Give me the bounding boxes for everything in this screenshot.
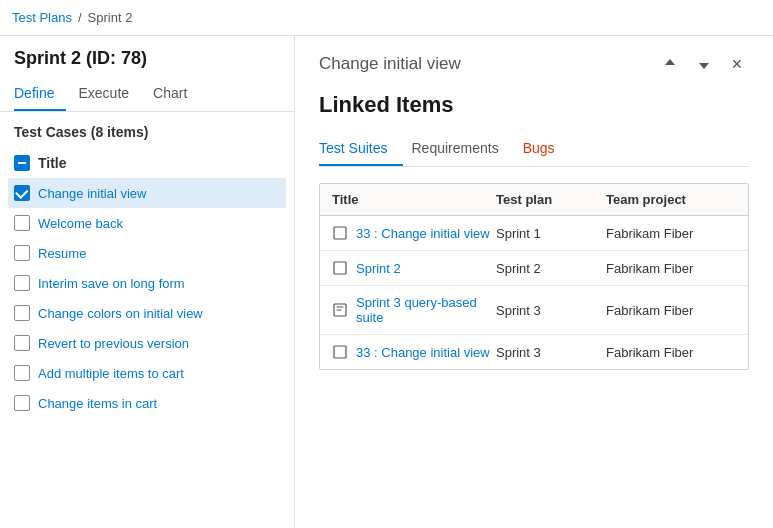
tab-bar: Define Execute Chart	[0, 77, 294, 112]
panel-header: Change initial view ✕	[319, 52, 749, 76]
list-item-change-items[interactable]: Change items in cart	[8, 388, 286, 418]
table-header: Title Test plan Team project	[320, 184, 748, 216]
row-test-plan: Sprint 1	[496, 226, 606, 241]
item-label: Change items in cart	[38, 396, 157, 411]
breadcrumb: Test Plans / Sprint 2	[0, 0, 773, 36]
row-test-plan: Sprint 3	[496, 345, 606, 360]
list-item-header: Title	[8, 148, 286, 178]
sprint-title: Sprint 2 (ID: 78)	[0, 36, 294, 77]
item-label: Change colors on initial view	[38, 306, 203, 321]
test-cases-header: Test Cases (8 items)	[0, 112, 294, 148]
breadcrumb-part1[interactable]: Test Plans	[12, 10, 72, 25]
list-item-interim-save[interactable]: Interim save on long form	[8, 268, 286, 298]
list-item-welcome-back[interactable]: Welcome back	[8, 208, 286, 238]
row-title-text: 33 : Change initial view	[356, 226, 490, 241]
static-suite-icon	[332, 344, 348, 360]
row-title: 33 : Change initial view	[332, 344, 496, 360]
row-title: 33 : Change initial view	[332, 225, 496, 241]
checkbox-checked[interactable]	[14, 185, 30, 201]
right-panel: Change initial view ✕ Linked Items Test …	[295, 36, 773, 528]
col-title: Title	[332, 192, 496, 207]
close-panel-button[interactable]: ✕	[725, 52, 749, 76]
panel-actions: ✕	[657, 52, 749, 76]
checkbox-unchecked[interactable]	[14, 245, 30, 261]
row-team-project: Fabrikam Fiber	[606, 303, 736, 318]
checkbox-unchecked[interactable]	[14, 305, 30, 321]
table-row[interactable]: Sprint 3 query-based suite Sprint 3 Fabr…	[320, 286, 748, 335]
header-text: Title	[38, 155, 67, 171]
static-suite-icon	[332, 225, 348, 241]
main-area: Sprint 2 (ID: 78) Define Execute Chart T…	[0, 36, 773, 528]
table-row[interactable]: 33 : Change initial view Sprint 1 Fabrik…	[320, 216, 748, 251]
svg-rect-1	[334, 262, 346, 274]
item-label: Resume	[38, 246, 86, 261]
item-label: Welcome back	[38, 216, 123, 231]
col-test-plan: Test plan	[496, 192, 606, 207]
row-team-project: Fabrikam Fiber	[606, 226, 736, 241]
svg-rect-3	[334, 346, 346, 358]
row-title-text: Sprint 2	[356, 261, 401, 276]
linked-items-title: Linked Items	[319, 92, 749, 118]
linked-table: Title Test plan Team project 33 : Change…	[319, 183, 749, 370]
table-row[interactable]: 33 : Change initial view Sprint 3 Fabrik…	[320, 335, 748, 369]
checkbox-unchecked[interactable]	[14, 395, 30, 411]
checkbox-unchecked[interactable]	[14, 335, 30, 351]
row-title: Sprint 2	[332, 260, 496, 276]
row-test-plan: Sprint 2	[496, 261, 606, 276]
panel-title: Change initial view	[319, 54, 461, 74]
item-label: Add multiple items to cart	[38, 366, 184, 381]
checkbox-unchecked[interactable]	[14, 275, 30, 291]
row-team-project: Fabrikam Fiber	[606, 345, 736, 360]
item-label: Interim save on long form	[38, 276, 185, 291]
checkbox-unchecked[interactable]	[14, 365, 30, 381]
row-title: Sprint 3 query-based suite	[332, 295, 496, 325]
navigate-down-button[interactable]	[691, 53, 717, 75]
item-label: Change initial view	[38, 186, 146, 201]
checkbox-unchecked[interactable]	[14, 215, 30, 231]
list-item-change-initial-view[interactable]: Change initial view	[8, 178, 286, 208]
list-item-change-colors[interactable]: Change colors on initial view	[8, 298, 286, 328]
list-item-resume[interactable]: Resume	[8, 238, 286, 268]
checkbox-minus[interactable]	[14, 155, 30, 171]
svg-rect-0	[334, 227, 346, 239]
col-team-project: Team project	[606, 192, 736, 207]
tab-define[interactable]: Define	[14, 77, 66, 111]
tab-test-suites[interactable]: Test Suites	[319, 132, 403, 166]
tab-requirements[interactable]: Requirements	[411, 132, 514, 166]
query-suite-icon	[332, 302, 348, 318]
breadcrumb-separator: /	[78, 10, 82, 25]
list-item-revert[interactable]: Revert to previous version	[8, 328, 286, 358]
test-cases-list: Title Change initial view Welcome back R…	[0, 148, 294, 528]
static-suite-icon	[332, 260, 348, 276]
row-title-text: 33 : Change initial view	[356, 345, 490, 360]
item-label: Revert to previous version	[38, 336, 189, 351]
row-test-plan: Sprint 3	[496, 303, 606, 318]
navigate-up-button[interactable]	[657, 53, 683, 75]
row-team-project: Fabrikam Fiber	[606, 261, 736, 276]
row-title-text: Sprint 3 query-based suite	[356, 295, 496, 325]
linked-tabs: Test Suites Requirements Bugs	[319, 132, 749, 167]
tab-execute[interactable]: Execute	[78, 77, 141, 111]
tab-bugs[interactable]: Bugs	[523, 132, 571, 166]
tab-chart[interactable]: Chart	[153, 77, 199, 111]
left-panel: Sprint 2 (ID: 78) Define Execute Chart T…	[0, 36, 295, 528]
table-row[interactable]: Sprint 2 Sprint 2 Fabrikam Fiber	[320, 251, 748, 286]
breadcrumb-part2: Sprint 2	[88, 10, 133, 25]
list-item-add-multiple[interactable]: Add multiple items to cart	[8, 358, 286, 388]
